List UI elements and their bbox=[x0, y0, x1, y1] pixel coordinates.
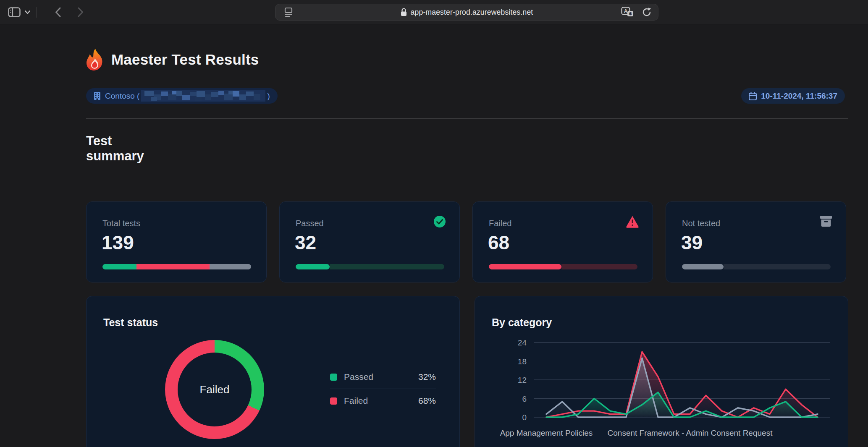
legend-label: Failed bbox=[344, 396, 418, 406]
flame-logo-icon bbox=[86, 48, 104, 71]
chevron-left-icon bbox=[55, 7, 61, 17]
tenant-badge: Contoso ( ) bbox=[86, 88, 278, 104]
header-divider bbox=[86, 118, 848, 119]
stat-card-passed: Passed 32 bbox=[279, 201, 460, 282]
svg-text:App Management Policies: App Management Policies bbox=[500, 429, 593, 437]
sidebar-panel-icon bbox=[8, 7, 21, 17]
section-heading: Test summary bbox=[86, 133, 144, 164]
sidebar-toggle-button[interactable] bbox=[6, 5, 23, 19]
legend-row-passed: Passed 32% bbox=[330, 365, 436, 389]
report-date-badge: 10-11-2024, 11:56:37 bbox=[741, 88, 845, 104]
page-title: Maester Test Results bbox=[111, 51, 259, 68]
svg-text:18: 18 bbox=[518, 357, 527, 366]
building-icon bbox=[94, 91, 101, 100]
test-status-card: Test status Failed Passed 32% Fai bbox=[86, 296, 460, 447]
chevron-down-icon bbox=[25, 10, 30, 14]
page-background: Maester Test Results Contoso ( bbox=[0, 24, 868, 447]
browser-toolbar: app-maester-prod.azurewebsites.net A ✱ bbox=[0, 0, 868, 24]
url-text[interactable]: app-maester-prod.azurewebsites.net bbox=[411, 8, 533, 17]
check-circle-icon bbox=[433, 215, 446, 230]
translate-button[interactable]: A ✱ bbox=[620, 6, 635, 18]
donut-center-label: Failed bbox=[200, 383, 230, 396]
status-legend: Passed 32% Failed 68% bbox=[330, 365, 436, 413]
stat-value: 139 bbox=[102, 231, 134, 254]
stat-label: Failed bbox=[489, 219, 511, 228]
stat-value: 68 bbox=[488, 231, 509, 254]
by-category-card: By category 06121824App Management Polic… bbox=[475, 296, 848, 447]
legend-value: 32% bbox=[418, 372, 436, 382]
calendar-icon bbox=[749, 92, 757, 100]
legend-row-failed: Failed 68% bbox=[330, 389, 436, 413]
passed-progress-bar bbox=[296, 264, 444, 269]
chevron-right-icon bbox=[78, 7, 84, 17]
not-tested-progress-bar bbox=[682, 264, 831, 269]
failed-swatch-icon bbox=[330, 397, 337, 405]
warning-triangle-icon bbox=[626, 215, 639, 230]
stat-label: Not tested bbox=[682, 219, 720, 228]
toolbar-separator bbox=[36, 7, 37, 18]
category-line-chart: 06121824App Management PoliciesConsent F… bbox=[475, 296, 848, 447]
failed-progress-bar bbox=[489, 264, 637, 269]
tenant-close-paren: ) bbox=[267, 91, 270, 101]
svg-text:✱: ✱ bbox=[629, 11, 632, 16]
redacted-tenant-id bbox=[141, 90, 265, 102]
tenant-name: Contoso ( bbox=[105, 91, 139, 101]
status-donut-chart: Failed bbox=[165, 340, 264, 439]
svg-text:0: 0 bbox=[522, 413, 527, 422]
address-bar[interactable]: app-maester-prod.azurewebsites.net A ✱ bbox=[275, 4, 658, 21]
svg-text:A: A bbox=[624, 8, 628, 14]
svg-text:24: 24 bbox=[518, 338, 527, 347]
forward-button[interactable] bbox=[71, 4, 90, 21]
translate-a-icon: A ✱ bbox=[621, 7, 635, 18]
svg-text:Consent Framework - Admin Cons: Consent Framework - Admin Consent Reques… bbox=[608, 429, 773, 437]
stat-value: 39 bbox=[681, 231, 703, 254]
svg-text:12: 12 bbox=[518, 376, 527, 384]
stat-label: Passed bbox=[296, 219, 324, 228]
passed-swatch-icon bbox=[330, 374, 337, 381]
stat-label: Total tests bbox=[102, 219, 140, 228]
svg-text:6: 6 bbox=[522, 395, 527, 403]
reload-icon bbox=[642, 7, 652, 17]
legend-value: 68% bbox=[418, 396, 436, 406]
stat-card-total: Total tests 139 bbox=[86, 201, 267, 282]
back-button[interactable] bbox=[48, 4, 68, 21]
archive-box-icon bbox=[820, 215, 832, 229]
lock-icon bbox=[401, 8, 407, 16]
tab-overview-chevron-button[interactable] bbox=[23, 5, 32, 19]
legend-label: Passed bbox=[344, 372, 418, 382]
report-timestamp: 10-11-2024, 11:56:37 bbox=[761, 91, 837, 101]
total-progress-bar bbox=[102, 264, 251, 269]
stat-card-failed: Failed 68 bbox=[472, 201, 653, 282]
reload-button[interactable] bbox=[640, 6, 653, 18]
test-status-title: Test status bbox=[103, 316, 158, 329]
stat-card-not-tested: Not tested 39 bbox=[666, 201, 846, 282]
stat-value: 32 bbox=[295, 231, 316, 254]
